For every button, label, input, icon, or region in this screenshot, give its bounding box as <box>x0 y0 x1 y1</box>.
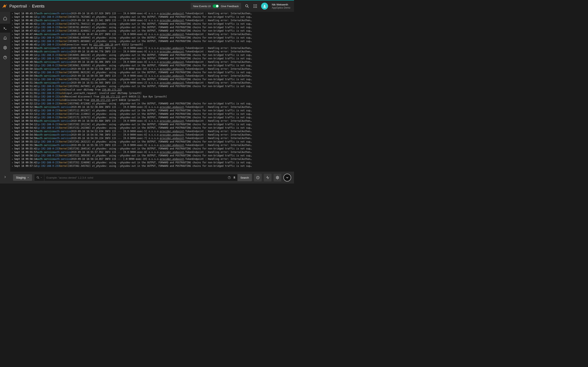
gear-icon <box>276 176 279 179</box>
new-events-ui-toggle[interactable]: New Events UI Give Feedback <box>191 3 241 9</box>
log-viewer[interactable]: ▸Sept 16 09:45:57 auth-service auth-serv… <box>10 12 294 172</box>
search-mode-selector[interactable] <box>34 174 44 181</box>
log-line[interactable]: ▸Sept 16 09:50:42 ip-192-168-0-233 kerne… <box>12 71 294 74</box>
search-button[interactable]: Search <box>237 174 252 181</box>
log-line[interactable]: ▸Sept 16 09:46:23 auth-service auth-serv… <box>12 19 294 22</box>
svg-point-2 <box>255 4 256 5</box>
chevron-right-icon: › <box>29 4 30 8</box>
user-name: Nik Wekwerth <box>272 3 290 6</box>
log-line[interactable]: ▸Sept 16 09:51:55 ip-192-168-0-233 sshd … <box>12 99 294 102</box>
environment-selector[interactable]: Staging <box>13 174 32 181</box>
log-line[interactable]: ▸Sept 16 09:49:42 ip-192-168-0-233 kerne… <box>12 57 294 60</box>
user-block[interactable]: Nik Wekwerth AppOptics Demo <box>272 3 290 9</box>
log-line[interactable]: ▸Sept 16 09:50:12 ip-192-168-0-233 kerne… <box>12 64 294 67</box>
svg-point-13 <box>37 176 39 178</box>
log-line[interactable]: ▸Sept 16 09:51:42 ip-192-168-0-233 kerne… <box>12 85 294 88</box>
log-line[interactable]: ▸Sept 16 09:57:12 ip-192-168-0-233 kerne… <box>12 164 294 168</box>
give-feedback-link[interactable]: Give Feedback <box>221 5 239 8</box>
log-line[interactable]: ▸Sept 16 09:50:32 auth-service auth-serv… <box>12 67 294 71</box>
user-org: AppOptics Demo <box>272 6 290 9</box>
solarwinds-logo-icon <box>2 3 7 9</box>
search-icon[interactable] <box>245 4 249 8</box>
log-line[interactable]: ▸Sept 16 09:45:57 auth-service auth-serv… <box>12 12 294 15</box>
log-line[interactable]: ▸Sept 16 09:56:42 ip-192-168-0-233 kerne… <box>12 161 294 164</box>
new-events-ui-label: New Events UI <box>193 5 211 8</box>
log-line[interactable]: ▸Sept 16 09:49:02 auth-service auth-serv… <box>12 47 294 50</box>
log-line[interactable]: ▸Sept 16 09:53:12 ip-192-168-0-233 kerne… <box>12 112 294 116</box>
svg-point-3 <box>256 4 257 5</box>
chevron-down-icon <box>285 176 289 179</box>
log-line[interactable]: ▸Sept 16 09:54:12 ip-192-168-0-233 kerne… <box>12 123 294 126</box>
breadcrumb-product[interactable]: Papertrail <box>9 4 27 8</box>
log-line[interactable]: ▸Sept 16 09:51:55 ip-192-168-0-233 sshd … <box>12 88 294 92</box>
sidebar-item-home[interactable] <box>0 14 10 23</box>
breadcrumb: Papertrail › Events <box>9 4 44 8</box>
log-line[interactable]: ▸Sept 16 09:51:55 ip-192-168-0-233 sshd … <box>12 95 294 99</box>
log-line[interactable]: ▸Sept 16 09:54:59 auth-service auth-serv… <box>12 137 294 140</box>
help-icon[interactable] <box>228 176 231 179</box>
log-line[interactable]: ▸Sept 16 09:53:42 ip-192-168-0-233 kerne… <box>12 116 294 119</box>
gear-icon <box>3 46 7 50</box>
log-line[interactable]: ▸Sept 16 09:47:42 ip-192-168-0-233 kerne… <box>12 29 294 33</box>
sidebar-item-settings[interactable] <box>0 43 10 52</box>
log-line[interactable]: ▸Sept 16 09:54:03 auth-service auth-serv… <box>12 119 294 123</box>
log-line[interactable]: ▸Sept 16 09:47:44 auth-service auth-serv… <box>12 33 294 36</box>
topbar: Papertrail › Events New Events UI Give F… <box>0 0 294 12</box>
search-input[interactable] <box>44 176 226 179</box>
log-line[interactable]: ▸Sept 16 09:55:12 ip-192-168-0-233 kerne… <box>12 140 294 143</box>
sidebar <box>0 12 10 184</box>
time-picker-button[interactable] <box>254 174 262 182</box>
caret-down-icon <box>40 177 42 178</box>
sidebar-item-events[interactable] <box>0 24 10 33</box>
terminal-icon <box>3 26 7 30</box>
log-line[interactable]: ▸Sept 16 09:50:59 auth-service auth-serv… <box>12 74 294 78</box>
log-line[interactable]: ▸Sept 16 09:55:57 auth-service auth-serv… <box>12 150 294 154</box>
log-line[interactable]: ▸Sept 16 09:56:12 ip-192-168-0-233 kerne… <box>12 154 294 157</box>
svg-point-8 <box>255 7 256 8</box>
log-line[interactable]: ▸Sept 16 09:49:04 auth-service auth-serv… <box>12 50 294 53</box>
log-line[interactable]: ▸Sept 16 09:46:42 ip-192-168-0-233 kerne… <box>12 22 294 26</box>
log-line[interactable]: ▸Sept 16 09:46:12 ip-192-168-0-233 kerne… <box>12 15 294 19</box>
log-line[interactable]: ▸Sept 16 09:54:56 auth-service auth-serv… <box>12 133 294 137</box>
apps-grid-icon[interactable] <box>253 4 258 8</box>
log-line[interactable]: ▸Sept 16 09:55:42 ip-192-168-0-233 kerne… <box>12 147 294 150</box>
log-line[interactable]: ▸Sept 16 09:51:12 ip-192-168-0-233 kerne… <box>12 78 294 81</box>
log-line[interactable]: ▸Sept 16 09:48:12 ip-192-168-0-233 kerne… <box>12 36 294 40</box>
bookmark-icon[interactable] <box>233 176 236 179</box>
log-line[interactable]: ▸Sept 16 09:54:53 auth-service auth-serv… <box>12 130 294 133</box>
graph-button[interactable] <box>264 174 272 182</box>
home-icon <box>3 16 7 20</box>
bottombar: Staging Search <box>10 172 294 184</box>
svg-point-11 <box>5 47 6 48</box>
activity-icon <box>266 176 269 179</box>
svg-point-1 <box>254 4 254 5</box>
toggle-switch-icon[interactable] <box>213 4 219 8</box>
chevron-right-icon <box>3 175 7 179</box>
log-line[interactable]: ▸Sept 16 09:52:42 ip-192-168-0-233 kerne… <box>12 109 294 112</box>
sidebar-item-help[interactable] <box>0 53 10 62</box>
log-line[interactable]: ▸Sept 16 09:52:12 ip-192-168-0-233 kerne… <box>12 102 294 105</box>
breadcrumb-section: Events <box>32 4 44 8</box>
log-line[interactable]: ▸Sept 16 09:56:14 auth-service auth-serv… <box>12 157 294 161</box>
log-line[interactable]: ▸Sept 16 09:52:38 auth-service auth-serv… <box>12 105 294 109</box>
help-icon <box>3 55 7 59</box>
log-line[interactable]: ▸Sept 16 09:48:45 ip-192-168-0-233 sshd … <box>12 43 294 47</box>
svg-point-7 <box>254 7 254 8</box>
log-line[interactable]: ▸Sept 16 09:48:42 ip-192-168-0-233 kerne… <box>12 40 294 43</box>
clock-icon <box>256 176 260 179</box>
sidebar-item-alerts[interactable] <box>0 33 10 42</box>
avatar[interactable] <box>261 3 268 9</box>
sidebar-expand[interactable] <box>0 173 10 182</box>
scroll-to-bottom-button[interactable] <box>283 174 291 182</box>
svg-point-5 <box>255 6 256 7</box>
log-line[interactable]: ▸Sept 16 09:55:38 auth-service auth-serv… <box>12 143 294 147</box>
svg-point-9 <box>256 7 257 8</box>
log-line[interactable]: ▸Sept 16 09:49:12 ip-192-168-0-233 kerne… <box>12 53 294 57</box>
log-line[interactable]: ▸Sept 16 09:47:12 ip-192-168-0-233 kerne… <box>12 26 294 29</box>
person-icon <box>263 4 267 8</box>
log-line[interactable]: ▸Sept 16 09:49:56 auth-service auth-serv… <box>12 60 294 64</box>
log-line[interactable]: ▸Sept 16 09:51:55 ip-192-168-0-233 sshd … <box>12 92 294 95</box>
log-line[interactable]: ▸Sept 16 09:51:34 auth-service auth-serv… <box>12 81 294 85</box>
view-settings-button[interactable] <box>274 174 281 182</box>
log-line[interactable]: ▸Sept 16 09:54:42 ip-192-168-0-233 kerne… <box>12 126 294 130</box>
